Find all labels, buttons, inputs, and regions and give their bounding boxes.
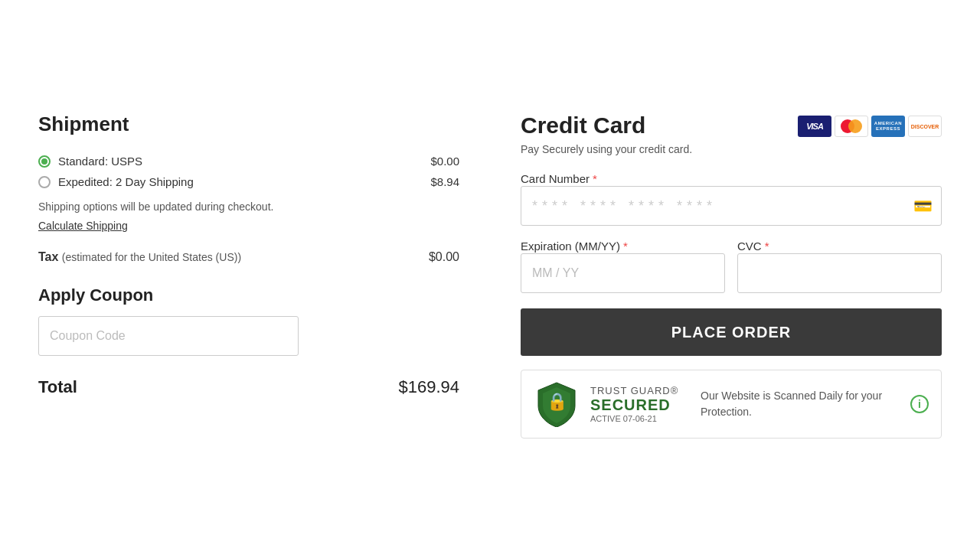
shipment-title: Shipment	[38, 112, 459, 136]
expedited-price: $8.94	[430, 175, 459, 188]
tax-row: Tax (estimated for the United States (US…	[38, 250, 459, 264]
shipping-option-expedited[interactable]: Expedited: 2 Day Shipping $8.94	[38, 175, 459, 188]
trust-secured: SECURED	[590, 396, 690, 414]
svg-text:🔒: 🔒	[547, 391, 568, 412]
right-panel: Credit Card VISA AMERICANEXPRESS DISCOVE…	[521, 112, 942, 439]
expiration-input[interactable]	[521, 253, 725, 293]
trust-text-block: TRUST GUARD® SECURED ACTIVE 07-06-21	[590, 385, 690, 423]
trust-badge: 🔒 TRUST GUARD® SECURED ACTIVE 07-06-21 O…	[521, 370, 942, 439]
shipping-note: Shipping options will be updated during …	[38, 201, 459, 213]
total-row: Total $169.94	[38, 377, 459, 397]
total-price: $169.94	[398, 377, 459, 397]
expedited-label: Expedited: 2 Day Shipping	[58, 175, 194, 188]
left-panel: Shipment Standard: USPS $0.00 Expedited:…	[38, 112, 459, 397]
calculate-shipping-link[interactable]: Calculate Shipping	[38, 220, 128, 232]
card-number-input[interactable]	[521, 186, 942, 226]
apply-coupon-title: Apply Coupon	[38, 285, 459, 305]
cc-title: Credit Card	[521, 112, 645, 139]
trust-info-icon[interactable]: i	[910, 395, 929, 413]
coupon-input[interactable]	[38, 316, 299, 356]
tax-sublabel: (estimated for the United States (US))	[62, 251, 241, 263]
expiry-cvc-row: Expiration (MM/YY)* CVC*	[521, 240, 942, 293]
trust-active: ACTIVE 07-06-21	[590, 414, 690, 423]
cvc-label: CVC*	[737, 240, 769, 253]
standard-label: Standard: USPS	[58, 155, 142, 168]
credit-card-icon: 💳	[913, 197, 933, 215]
place-order-button[interactable]: PLACE ORDER	[521, 308, 942, 356]
radio-standard[interactable]	[38, 155, 51, 168]
card-number-wrap: 💳	[521, 186, 942, 226]
shipping-options: Standard: USPS $0.00 Expedited: 2 Day Sh…	[38, 155, 459, 188]
amex-icon: AMERICANEXPRESS	[871, 116, 905, 137]
trust-description: Our Website is Scanned Daily for your Pr…	[701, 388, 900, 420]
total-label: Total	[38, 377, 77, 397]
tax-price: $0.00	[429, 250, 459, 264]
expiry-wrap: Expiration (MM/YY)*	[521, 240, 725, 293]
standard-price: $0.00	[430, 155, 459, 168]
card-icons: VISA AMERICANEXPRESS DISCOVER	[798, 116, 942, 137]
visa-icon: VISA	[798, 116, 831, 137]
shipping-option-standard[interactable]: Standard: USPS $0.00	[38, 155, 459, 168]
tax-label: Tax (estimated for the United States (US…	[38, 250, 241, 264]
radio-expedited[interactable]	[38, 176, 51, 188]
mastercard-icon	[835, 116, 868, 137]
card-number-label: Card Number*	[521, 172, 597, 185]
cvc-wrap: CVC*	[737, 240, 942, 293]
discover-icon: DISCOVER	[908, 116, 942, 137]
trust-shield-icon: 🔒	[534, 381, 580, 427]
cvc-input[interactable]	[737, 253, 942, 293]
cc-header: Credit Card VISA AMERICANEXPRESS DISCOVE…	[521, 112, 942, 139]
cc-subtitle: Pay Securely using your credit card.	[521, 143, 942, 155]
expiration-label: Expiration (MM/YY)*	[521, 240, 628, 253]
trust-brand: TRUST GUARD®	[590, 385, 690, 396]
